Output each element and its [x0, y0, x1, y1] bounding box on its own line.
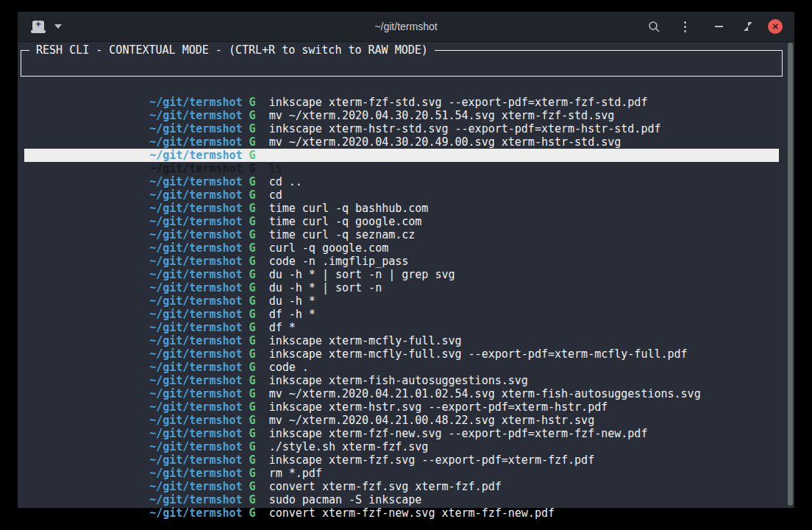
history-command: curl -q google.com: [269, 241, 389, 255]
history-directory: ~/git/termshot: [149, 361, 242, 374]
history-command: df *: [269, 321, 296, 334]
history-directory: ~/git/termshot: [149, 294, 242, 308]
history-directory: ~/git/termshot: [149, 400, 242, 414]
history-command: du -h * | sort -n | grep svg: [269, 268, 455, 281]
history-directory: ~/git/termshot: [149, 414, 242, 427]
history-command: time curl -q bashhub.com: [269, 202, 429, 215]
history-command: inkscape xterm-mcfly-full.svg: [269, 334, 462, 347]
history-command: code .: [269, 361, 309, 374]
git-flag: G: [249, 149, 256, 162]
history-command: inkscape xterm-fzf-std.svg --export-pdf=…: [269, 96, 648, 109]
history-directory: ~/git/termshot: [149, 109, 242, 122]
history-command: cd: [269, 188, 282, 202]
history-command: inkscape xterm-hstr-std.svg --export-pdf…: [269, 122, 661, 135]
git-flag: G: [249, 506, 256, 520]
new-tab-button[interactable]: +: [31, 21, 46, 33]
search-button[interactable]: [646, 18, 662, 35]
history-command: inkscape xterm-mcfly-full.svg --export-p…: [269, 347, 688, 361]
resh-mode-title: RESH CLI - CONTEXTUAL MODE - (CTRL+R to …: [29, 43, 435, 57]
history-directory: ~/git/termshot: [149, 202, 242, 215]
restore-icon: [744, 22, 752, 31]
history-command: convert xterm-fzf-new.svg xterm-fzf-new.…: [269, 506, 555, 520]
titlebar-right-cluster: ✕: [646, 18, 783, 35]
history-directory: ~/git/termshot: [149, 493, 242, 506]
history-directory: ~/git/termshot: [149, 387, 242, 400]
history-command: du -h * | sort -n: [269, 281, 382, 294]
history-directory: ~/git/termshot: [149, 467, 242, 480]
git-flag: G: [249, 228, 256, 241]
history-directory: ~/git/termshot: [149, 149, 242, 162]
history-command: mv ~/xterm.2020.04.30.20.49.00.svg xterm…: [269, 135, 622, 149]
history-list: ~/git/termshotGinkscape xterm-fzf-std.sv…: [24, 82, 779, 506]
git-flag: G: [249, 241, 256, 255]
history-directory: ~/git/termshot: [149, 321, 242, 334]
close-button[interactable]: ✕: [768, 19, 783, 34]
history-command: inkscape xterm-hstr.svg --export-pdf=xte…: [269, 400, 608, 414]
git-flag: G: [249, 122, 256, 135]
history-directory: ~/git/termshot: [149, 188, 242, 202]
history-directory: ~/git/termshot: [149, 334, 242, 347]
git-flag: G: [249, 109, 256, 122]
git-flag: G: [249, 281, 256, 294]
history-command: convert xterm-fzf.svg xterm-fzf.pdf: [269, 480, 502, 493]
git-flag: G: [249, 162, 256, 175]
git-flag: G: [249, 294, 256, 308]
history-directory: ~/git/termshot: [149, 281, 242, 294]
git-flag: G: [249, 493, 256, 506]
history-directory: ~/git/termshot: [149, 255, 242, 268]
history-command: mv ~/xterm.2020.04.21.01.02.54.svg xterm…: [269, 387, 701, 400]
history-command: ls: [269, 162, 282, 175]
resh-header-box: RESH CLI - CONTEXTUAL MODE - (CTRL+R to …: [21, 50, 783, 77]
git-flag: G: [249, 440, 256, 453]
history-directory: ~/git/termshot: [149, 122, 242, 135]
history-directory: ~/git/termshot: [149, 440, 242, 453]
git-flag: G: [249, 334, 256, 347]
menu-button[interactable]: [677, 18, 693, 35]
kebab-menu-icon: [684, 21, 686, 32]
history-entry[interactable]: ~/git/termshotGinkscape xterm-fzf-std.sv…: [24, 82, 779, 96]
titlebar-left-cluster: +: [31, 21, 62, 33]
history-command: inkscape xterm-fzf-new.svg --export-pdf=…: [269, 427, 648, 440]
history-command: df -h *: [269, 308, 316, 321]
git-flag: G: [249, 255, 256, 268]
history-command: du -h *: [269, 294, 316, 308]
history-directory: ~/git/termshot: [149, 374, 242, 387]
history-directory: ~/git/termshot: [149, 175, 242, 188]
history-command: mv ~/xterm.2020.04.30.20.51.54.svg xterm…: [269, 109, 615, 122]
git-flag: G: [249, 308, 256, 321]
git-flag: G: [249, 480, 256, 493]
history-directory: ~/git/termshot: [149, 453, 242, 467]
history-directory: ~/git/termshot: [149, 506, 242, 520]
git-flag: G: [249, 427, 256, 440]
terminal-content: RESH CLI - CONTEXTUAL MODE - (CTRL+R to …: [18, 42, 794, 507]
history-directory: ~/git/termshot: [149, 135, 242, 149]
history-directory: ~/git/termshot: [149, 268, 242, 281]
history-command: mv ~/xterm.2020.04.21.00.48.22.svg xterm…: [269, 414, 595, 427]
history-command: mv ~/xterm.2020.04.30.20.05.03.svg xterm…: [269, 149, 622, 162]
minimize-icon: [715, 26, 723, 27]
history-command: time curl -q google.com: [269, 215, 422, 228]
history-directory: ~/git/termshot: [149, 162, 242, 175]
restore-button[interactable]: [740, 18, 756, 35]
scrollbar-thumb[interactable]: [788, 43, 793, 506]
new-tab-dropdown-caret-icon[interactable]: [54, 24, 62, 29]
history-command: rm *.pdf: [269, 467, 322, 480]
history-command: time curl -q seznam.cz: [269, 228, 416, 241]
git-flag: G: [249, 400, 256, 414]
git-flag: G: [249, 321, 256, 334]
history-command: ./style.sh xterm-fzf.svg: [269, 440, 429, 453]
search-icon: [648, 21, 660, 33]
git-flag: G: [249, 387, 256, 400]
resh-search-input[interactable]: [29, 57, 774, 71]
git-flag: G: [249, 374, 256, 387]
git-flag: G: [249, 347, 256, 361]
history-command: inkscape xterm-fzf.svg --export-pdf=xter…: [269, 453, 595, 467]
history-directory: ~/git/termshot: [149, 241, 242, 255]
history-directory: ~/git/termshot: [149, 96, 242, 109]
git-flag: G: [249, 215, 256, 228]
history-command: code -n .imgflip_pass: [269, 255, 409, 268]
history-command: inkscape xterm-fish-autosuggestions.svg: [269, 374, 528, 387]
git-flag: G: [249, 202, 256, 215]
minimize-button[interactable]: [710, 18, 727, 35]
git-flag: G: [249, 414, 256, 427]
